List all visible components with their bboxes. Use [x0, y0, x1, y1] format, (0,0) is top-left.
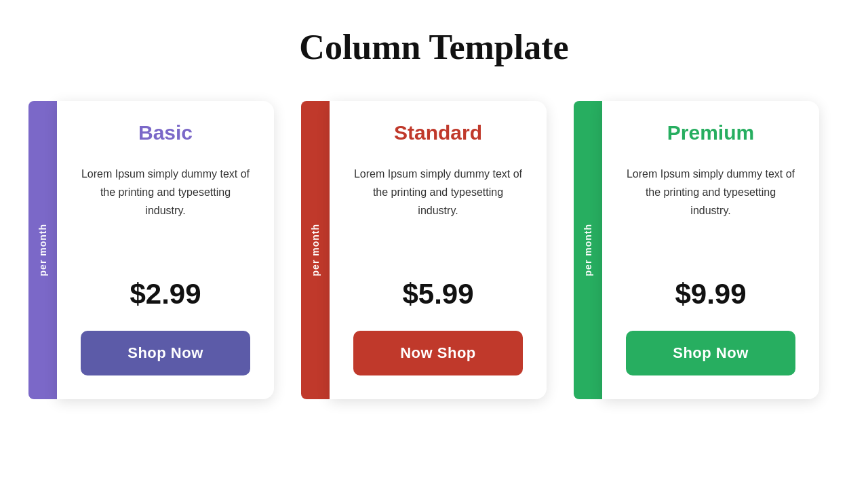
cards-container: per month Basic Lorem Ipsum simply dummy…: [0, 101, 868, 399]
standard-card-price: $5.99: [402, 278, 473, 310]
standard-card-wrapper: per month Standard Lorem Ipsum simply du…: [301, 101, 547, 399]
page-title: Column Template: [299, 27, 568, 67]
standard-card: Standard Lorem Ipsum simply dummy text o…: [330, 101, 547, 399]
premium-card-title: Premium: [667, 121, 754, 144]
premium-shop-now-button[interactable]: Shop Now: [626, 331, 795, 375]
standard-side-label: per month: [301, 101, 330, 399]
standard-card-description: Lorem Ipsum simply dummy text of the pri…: [353, 165, 523, 261]
basic-card-description: Lorem Ipsum simply dummy text of the pri…: [81, 165, 250, 261]
basic-card-title: Basic: [138, 121, 193, 144]
basic-shop-now-button[interactable]: Shop Now: [81, 331, 250, 375]
standard-shop-now-button[interactable]: Now Shop: [353, 331, 523, 375]
standard-card-title: Standard: [394, 121, 482, 144]
premium-card: Premium Lorem Ipsum simply dummy text of…: [602, 101, 819, 399]
basic-card-price: $2.99: [130, 278, 201, 310]
premium-side-label: per month: [574, 101, 602, 399]
basic-side-label: per month: [28, 101, 57, 399]
premium-card-wrapper: per month Premium Lorem Ipsum simply dum…: [574, 101, 819, 399]
basic-card-wrapper: per month Basic Lorem Ipsum simply dummy…: [28, 101, 274, 399]
premium-card-price: $9.99: [675, 278, 746, 310]
basic-card: Basic Lorem Ipsum simply dummy text of t…: [57, 101, 274, 399]
premium-card-description: Lorem Ipsum simply dummy text of the pri…: [626, 165, 795, 261]
